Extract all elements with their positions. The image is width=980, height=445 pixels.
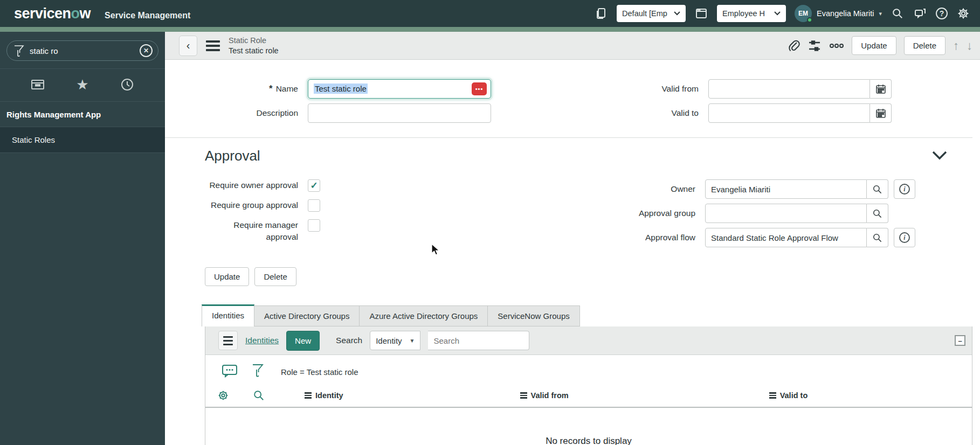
next-record-icon[interactable]: ↓ <box>967 39 972 53</box>
tab-servicenow-groups[interactable]: ServiceNow Groups <box>488 305 579 326</box>
list-column-headers: Identity Valid from Valid to <box>205 386 972 408</box>
avatar: EM <box>795 5 812 22</box>
form-fields: *Name Test static role ••• Valid from <box>165 60 972 132</box>
previous-record-icon[interactable]: ↑ <box>953 39 959 53</box>
description-input[interactable] <box>308 103 491 123</box>
user-name: Evangelia Miariti <box>817 9 874 18</box>
approval-group-input[interactable] <box>705 204 867 223</box>
clear-search-icon[interactable]: ✕ <box>140 44 153 57</box>
tab-identities[interactable]: Identities <box>202 304 254 326</box>
chevron-down-icon <box>674 11 680 16</box>
dropdown-triangle-icon: ▼ <box>410 338 415 344</box>
main-content: ‹ Static Role Test static role <box>165 32 980 445</box>
tab-active-directory-groups[interactable]: Active Directory Groups <box>254 305 360 326</box>
product-title: Service Management <box>105 11 190 20</box>
attachment-paperclip-icon[interactable] <box>788 39 800 52</box>
update-set-select[interactable]: Default [Emp <box>617 5 686 22</box>
column-identity[interactable]: Identity <box>305 391 343 400</box>
owner-input[interactable] <box>705 179 867 199</box>
valid-to-input[interactable] <box>708 103 870 123</box>
column-valid-to[interactable]: Valid to <box>769 391 808 400</box>
search-icon[interactable] <box>891 6 905 20</box>
presence-dot <box>807 17 812 23</box>
tab-azure-active-directory-groups[interactable]: Azure Active Directory Groups <box>360 305 488 326</box>
owner-label: Owner <box>577 184 695 194</box>
require-manager-approval-checkbox[interactable] <box>308 219 320 232</box>
navigator-search[interactable]: static ro ✕ <box>6 40 158 61</box>
servicenow-logo: servicenow <box>14 5 91 22</box>
breadcrumb-condition[interactable]: Role = Test static role <box>281 367 358 377</box>
info-icon[interactable]: i <box>894 228 915 247</box>
application-picker-icon[interactable] <box>694 6 708 20</box>
record-type: Static Role <box>229 36 279 45</box>
related-list-tabs: Identities Active Directory Groups Azure… <box>202 304 972 326</box>
form-header: ‹ Static Role Test static role <box>165 32 980 60</box>
require-group-approval-checkbox[interactable] <box>308 199 320 212</box>
require-owner-approval-checkbox[interactable]: ✓ <box>308 179 320 192</box>
personalize-form-icon[interactable] <box>808 39 822 53</box>
navigator-tabs: ★ <box>0 68 165 102</box>
approval-flow-label: Approval flow <box>577 233 695 242</box>
search-field-value: Identity <box>376 336 402 345</box>
app-label: Rights Management App <box>0 102 165 127</box>
column-valid-from[interactable]: Valid from <box>520 391 569 400</box>
empty-list-message: No records to display <box>205 408 972 445</box>
approval-section-header: Approval <box>165 138 972 168</box>
comments-icon[interactable] <box>222 364 238 380</box>
accent-strip <box>0 27 980 32</box>
identities-list-link[interactable]: Identities <box>245 336 279 345</box>
identities-list-panel: Identities New Search Identity ▼ – <box>205 326 972 445</box>
reference-lookup-icon[interactable] <box>867 179 888 199</box>
search-field-select[interactable]: Identity ▼ <box>370 331 420 350</box>
name-field-wrap: Test static role ••• <box>308 79 491 99</box>
calendar-icon[interactable] <box>870 79 892 99</box>
caret-down-icon: ▾ <box>879 10 882 17</box>
header-update-button[interactable]: Update <box>852 36 896 55</box>
header-delete-button[interactable]: Delete <box>904 36 946 55</box>
reference-lookup-icon[interactable] <box>867 204 888 223</box>
info-icon[interactable]: i <box>894 179 915 199</box>
list-settings-gear-icon[interactable] <box>216 390 230 401</box>
application-select[interactable]: Employee H <box>717 5 786 22</box>
update-button[interactable]: Update <box>205 267 249 286</box>
name-label: *Name <box>165 84 298 94</box>
list-toolbar: Identities New Search Identity ▼ – <box>205 326 972 355</box>
list-search-input[interactable] <box>428 331 529 350</box>
filter-funnel-icon[interactable] <box>252 364 264 380</box>
delete-button[interactable]: Delete <box>254 267 296 286</box>
require-owner-approval-label: Require owner approval <box>165 179 298 191</box>
column-menu-icon <box>305 392 312 399</box>
approval-group-label: Approval group <box>577 208 695 218</box>
reference-lookup-icon[interactable] <box>867 228 888 247</box>
more-options-icon[interactable] <box>829 43 844 48</box>
record-name: Test static role <box>229 46 279 55</box>
help-icon[interactable]: ? <box>936 8 948 19</box>
gear-icon[interactable] <box>956 6 970 20</box>
valid-from-input[interactable] <box>708 79 870 99</box>
require-group-approval-label: Require group approval <box>165 199 298 211</box>
collapse-section-chevron-icon[interactable] <box>931 150 948 162</box>
form-context-menu-icon[interactable] <box>206 40 220 51</box>
list-search-icon[interactable] <box>252 390 266 401</box>
chat-icon[interactable] <box>913 6 927 20</box>
calendar-icon[interactable] <box>870 103 892 123</box>
user-menu[interactable]: EM Evangelia Miariti ▾ <box>795 5 882 22</box>
require-manager-approval-label: Require manager approval <box>217 219 298 244</box>
column-menu-icon <box>769 392 776 399</box>
browser-extension-icon[interactable]: ••• <box>472 82 487 95</box>
description-label: Description <box>165 108 298 118</box>
update-set-picker-icon[interactable] <box>594 6 608 20</box>
all-applications-icon[interactable] <box>30 77 46 93</box>
approval-flow-input[interactable] <box>705 228 867 247</box>
application-value: Employee H <box>722 9 765 18</box>
back-button[interactable]: ‹ <box>179 36 197 56</box>
chevron-down-icon <box>774 11 781 16</box>
collapse-list-icon[interactable]: – <box>955 335 965 346</box>
favorites-star-icon[interactable]: ★ <box>74 77 91 93</box>
brand: servicenow Service Management <box>14 5 190 22</box>
history-clock-icon[interactable] <box>119 77 135 93</box>
list-context-menu-icon[interactable] <box>218 331 238 350</box>
sidebar-item-static-roles[interactable]: Static Roles <box>0 127 165 153</box>
new-button[interactable]: New <box>286 331 320 351</box>
navigator-search-value[interactable]: static ro <box>30 46 134 55</box>
